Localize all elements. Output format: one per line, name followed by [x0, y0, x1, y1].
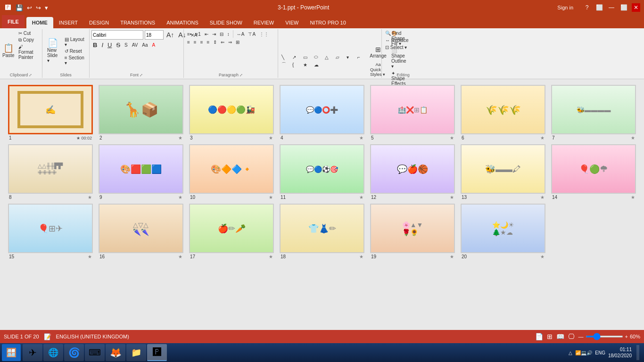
- slide-thumb-4[interactable]: 💬🔵⭕➕: [280, 85, 364, 134]
- tab-design[interactable]: DESIGN: [83, 17, 115, 28]
- paragraph-dialog-icon[interactable]: ⤢: [239, 73, 243, 77]
- layout-button[interactable]: ▤ Layout ▾: [63, 36, 87, 48]
- slide-thumb-11[interactable]: 💬🔵⚽🎯: [280, 144, 364, 194]
- char-spacing-button[interactable]: AV: [131, 42, 140, 48]
- slide-thumb-7[interactable]: 🐝▬▬▬▬: [551, 85, 636, 134]
- clipboard-dialog-icon[interactable]: ⤢: [29, 73, 32, 77]
- slide-item-12[interactable]: 💬🍎🏀12★: [370, 144, 455, 200]
- ltr-button[interactable]: ⇒: [227, 39, 233, 45]
- columns-button[interactable]: ⊞: [234, 39, 241, 45]
- normal-view-button[interactable]: 📄: [535, 333, 543, 340]
- shape-star[interactable]: ★: [302, 61, 312, 68]
- font-color-button[interactable]: A: [151, 42, 157, 48]
- justify-button[interactable]: ≡: [206, 39, 211, 45]
- slide-item-5[interactable]: 🏥❌⊞📋5★: [370, 85, 455, 140]
- taskbar-app-browser2[interactable]: 🌀: [64, 344, 84, 361]
- undo-button[interactable]: ↩: [25, 3, 33, 12]
- shadow-button[interactable]: S: [123, 42, 129, 48]
- slide-thumb-9[interactable]: 🎨🟥🟩🟦: [99, 144, 183, 194]
- slide-thumb-20[interactable]: ⭐🌙☀🌲★☁: [461, 204, 545, 253]
- redo-button[interactable]: ↪: [34, 3, 42, 12]
- shape-rect[interactable]: ▭: [302, 54, 312, 60]
- presenter-view-button[interactable]: 🖵: [568, 333, 575, 340]
- slide-item-9[interactable]: 🎨🟥🟩🟦9★: [99, 144, 183, 200]
- italic-button[interactable]: I: [100, 41, 105, 49]
- slide-item-14[interactable]: 🎈🟢🌩14★: [551, 144, 636, 200]
- line-spacing-button[interactable]: ↕: [226, 31, 231, 37]
- tab-nitro[interactable]: NITRO PRO 10: [304, 17, 351, 28]
- slide-thumb-15[interactable]: 🎈⊞✈: [8, 204, 93, 253]
- notes-icon[interactable]: 📝: [44, 333, 51, 340]
- language-indicator[interactable]: ENGLISH (UNITED KINGDOM): [56, 334, 129, 339]
- tab-insert[interactable]: INSERT: [53, 17, 83, 28]
- slide-thumb-1[interactable]: ✍: [8, 85, 93, 134]
- paste-button[interactable]: 📋 Paste: [2, 30, 15, 72]
- slide-item-7[interactable]: 🐝▬▬▬▬7★: [551, 85, 636, 140]
- slide-item-6[interactable]: 🌾🌾🌾6★: [461, 85, 545, 140]
- slide-item-10[interactable]: 🎨🔶🔷🔸10★: [189, 144, 274, 200]
- align-center-button[interactable]: ≡: [192, 39, 198, 45]
- shape-tri[interactable]: △: [323, 54, 334, 60]
- numbering-button[interactable]: ≡1: [194, 31, 202, 37]
- font-name-input[interactable]: [91, 30, 143, 40]
- slide-item-3[interactable]: 🔵🔴🟡🟢🚂3★: [189, 85, 274, 140]
- align-text-button[interactable]: ⊤A: [247, 31, 257, 37]
- tab-animations[interactable]: ANIMATIONS: [161, 17, 204, 28]
- save-button[interactable]: 💾: [14, 3, 25, 12]
- minimize-button[interactable]: —: [607, 3, 616, 12]
- shape-curve[interactable]: ⌒: [280, 61, 290, 68]
- text-direction-button[interactable]: ↔A: [235, 31, 246, 37]
- slide-thumb-6[interactable]: 🌾🌾🌾: [461, 85, 545, 134]
- tab-file[interactable]: FILE: [2, 15, 25, 28]
- select-button[interactable]: ⊡ Select ▾: [384, 44, 408, 50]
- slide-item-11[interactable]: 💬🔵⚽🎯11★: [280, 144, 364, 200]
- align-left-button[interactable]: ≡: [186, 39, 191, 45]
- taskbar-app-keyboard[interactable]: ⌨: [85, 344, 105, 361]
- align-right-button[interactable]: ≡: [199, 39, 205, 45]
- slide-item-17[interactable]: 🍎✏🥕17★: [189, 204, 274, 259]
- new-slide-button[interactable]: 📄 NewSlide ▾: [44, 37, 61, 65]
- slide-thumb-18[interactable]: 👕👗✏: [280, 204, 364, 253]
- smartart-button[interactable]: ⋮⋮: [258, 31, 270, 37]
- slide-item-20[interactable]: ⭐🌙☀🌲★☁20★: [461, 204, 545, 259]
- slide-item-18[interactable]: 👕👗✏18★: [280, 204, 364, 259]
- shape-cloud[interactable]: ☁: [313, 61, 323, 68]
- font-size-input[interactable]: [145, 30, 164, 40]
- copy-button[interactable]: ⧉ Copy: [17, 37, 40, 43]
- section-button[interactable]: ≡ Section ▾: [63, 55, 87, 66]
- slide-thumb-13[interactable]: 🐝▬▬🖍: [461, 144, 545, 194]
- slide-item-13[interactable]: 🐝▬▬🖍13★: [461, 144, 545, 200]
- slide-item-4[interactable]: 💬🔵⭕➕4★: [280, 85, 364, 140]
- slide-item-8[interactable]: △△╫╫▛▛✙✙✙✙8★: [8, 144, 93, 200]
- shape-line[interactable]: ╲: [280, 54, 290, 60]
- customize-qat-button[interactable]: ▾: [43, 3, 50, 12]
- font-dialog-icon[interactable]: ⤢: [140, 73, 143, 77]
- bullets-button[interactable]: ≡•: [186, 31, 193, 37]
- close-button[interactable]: ✕: [632, 3, 640, 12]
- find-button[interactable]: 🔍 Find: [384, 30, 403, 36]
- change-case-button[interactable]: Aa: [140, 42, 149, 48]
- format-painter-button[interactable]: 🖌 Format Painter: [17, 44, 40, 60]
- increase-indent-button[interactable]: ⇥: [211, 31, 217, 37]
- slide-item-1[interactable]: ✍1★ 00:02: [8, 85, 93, 140]
- shape-brace[interactable]: {: [291, 61, 301, 68]
- shape-para[interactable]: ▱: [334, 54, 345, 60]
- zoom-in-button[interactable]: +: [625, 334, 628, 339]
- column-button[interactable]: ⊟: [218, 31, 225, 37]
- slide-thumb-10[interactable]: 🎨🔶🔷🔸: [189, 144, 274, 194]
- taskbar-app-ie[interactable]: 🌐: [43, 344, 63, 361]
- tray-arrow[interactable]: △: [569, 350, 572, 355]
- tab-transitions[interactable]: TRANSITIONS: [115, 17, 161, 28]
- replace-button[interactable]: ↔ Replace: [384, 37, 410, 43]
- cut-button[interactable]: ✂ Cut: [17, 30, 40, 36]
- show-desktop-button[interactable]: [636, 345, 639, 360]
- bold-button[interactable]: B: [91, 41, 99, 49]
- taskbar-app-telegram[interactable]: ✈: [23, 344, 42, 361]
- tab-slideshow[interactable]: SLIDE SHOW: [204, 17, 248, 28]
- tray-clock[interactable]: 01:11 18/02/2020: [608, 346, 632, 359]
- underline-button[interactable]: U: [106, 41, 113, 49]
- slide-thumb-5[interactable]: 🏥❌⊞📋: [370, 85, 455, 134]
- taskbar-app-firefox[interactable]: 🦊: [106, 344, 125, 361]
- slide-item-19[interactable]: 🌸▲▼🌹🌻19★: [370, 204, 455, 259]
- slide-thumb-16[interactable]: △▽△🌂🌂: [99, 204, 183, 253]
